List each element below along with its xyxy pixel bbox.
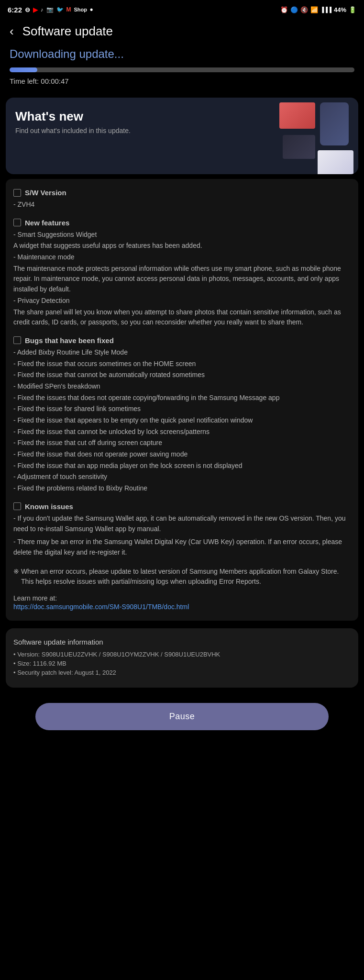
notice-text: ※ When an error occurs, please update to… [13,567,351,587]
bug-line-3: - Fixed the issue that cannot be automat… [13,370,351,380]
bug-line-12: - Adjustment of touch sensitivity [13,472,351,482]
section-header-new-features: New features [13,219,351,227]
learn-more-link[interactable]: https://doc.samsungmobile.com/SM-S908U1/… [13,603,189,611]
download-section: Downloading update... Time left: 00:00:4… [0,47,364,93]
learn-more-section: Learn more at: https://doc.samsungmobile… [13,594,351,611]
section-content-known-issues: - If you don't update the Samsung Wallet… [13,513,351,558]
learn-more-label: Learn more at: [13,594,57,602]
known-line-2: - There may be an error in the Samsung W… [13,537,351,557]
time-display: 6:22 [8,6,22,14]
header: ‹ Software update [0,17,364,47]
bug-line-7: - Fixed the issue that appears to be emp… [13,415,351,426]
instagram-icon: 📷 [46,6,54,13]
dot-indicator: • [90,5,93,15]
back-button[interactable]: ‹ [6,23,18,40]
section-bugs-fixed: Bugs that have been fixed - Added Bixby … [13,336,351,494]
feature-line-5: - Privacy Detection [13,296,351,306]
alarm-icon: ⏰ [280,6,288,13]
feature-line-3: - Maintenance mode [13,252,351,263]
shop-icon: Shop [74,7,88,12]
bug-line-11: - Fixed the issue that an app media play… [13,461,351,471]
sw-version-line: - ZVH4 [13,200,351,210]
bug-line-1: - Added Bixby Routine Life Style Mode [13,347,351,358]
battery-percentage: 44% [334,6,346,13]
gmail-icon: M [66,6,71,13]
progress-bar-container [10,67,354,72]
notice-line-2: This helps resolve issues with partial/m… [13,577,351,587]
feature-line-2: A widget that suggests useful apps or fe… [13,241,351,251]
downloading-text: Downloading update... [10,47,354,61]
bluetooth-icon: 🔵 [290,6,298,13]
section-title-new-features: New features [25,219,69,227]
section-header-sw-version: S/W Version [13,189,351,197]
section-header-bugs-fixed: Bugs that have been fixed [13,336,351,345]
release-notes: S/W Version - ZVH4 New features - Smart … [6,179,358,621]
twitter-icon: 🐦 [56,6,64,13]
bug-line-9: - Fixed the issue that cut off during sc… [13,438,351,448]
section-content-new-features: - Smart Suggestions Widget A widget that… [13,230,351,328]
notice-line-1: ※ When an error occurs, please update to… [13,568,339,575]
bottom-bar: Pause [0,695,364,745]
section-content-sw-version: - ZVH4 [13,200,351,210]
bug-line-5: - Fixed the issues that does not operate… [13,393,351,403]
bug-line-2: - Fixed the issue that occurs sometimes … [13,359,351,369]
bug-line-8: - Fixed the issue that cannot be unlocke… [13,427,351,437]
bug-line-6: - Fixed the issue for shared link someti… [13,404,351,414]
update-preview-phone [320,102,349,145]
section-title-known-issues: Known issues [25,502,73,511]
known-line-1: - If you don't update the Samsung Wallet… [13,513,351,534]
battery-icon: 🔋 [349,6,356,13]
time-left: Time left: 00:00:47 [10,77,354,85]
tiktok-icon: ♪ [41,7,44,12]
youtube-icon: ▶ [33,6,38,13]
section-title-bugs-fixed: Bugs that have been fixed [25,336,114,345]
section-sw-version: S/W Version - ZVH4 [13,189,351,210]
update-info-title: Software update information [13,638,351,646]
update-preview-laptop [283,135,315,159]
status-right: ⏰ 🔵 🔇 📶 ▐▐▐ 44% 🔋 [280,6,356,13]
mute-icon: 🔇 [300,6,308,13]
status-left: 6:22 ⊖ ▶ ♪ 📷 🐦 M Shop • [8,5,93,15]
checkbox-new-features [13,219,21,226]
section-content-bugs-fixed: - Added Bixby Routine Life Style Mode - … [13,347,351,494]
section-header-known-issues: Known issues [13,502,351,511]
page-title: Software update [22,24,113,39]
checkbox-known-issues [13,502,21,510]
update-size: • Size: 1116.92 MB [13,660,351,667]
update-preview-image-1 [279,102,315,129]
update-version: • Version: S908U1UEU2ZVHK / S908U1OYM2ZV… [13,651,351,658]
bug-line-10: - Fixed the issue that does not operate … [13,449,351,460]
status-bar: 6:22 ⊖ ▶ ♪ 📷 🐦 M Shop • ⏰ 🔵 🔇 📶 ▐▐▐ 44% … [0,0,364,17]
pause-button[interactable]: Pause [35,703,329,730]
checkbox-bugs-fixed [13,336,21,344]
update-info-card: Software update information • Version: S… [6,628,358,688]
signal-icon: ▐▐▐ [320,7,331,12]
update-security-patch: • Security patch level: August 1, 2022 [13,669,351,676]
section-known-issues: Known issues - If you don't update the S… [13,502,351,558]
whats-new-card: What's new Find out what's included in t… [6,98,358,174]
section-new-features: New features - Smart Suggestions Widget … [13,219,351,328]
update-preview-image-2 [318,150,353,174]
section-title-sw-version: S/W Version [25,189,66,197]
bug-line-13: - Fixed the problems related to Bixby Ro… [13,483,351,494]
feature-line-4: The maintenance mode protects personal i… [13,264,351,295]
checkbox-sw-version [13,189,21,197]
progress-bar-fill [10,67,37,72]
bug-line-4: - Modified SPen's breakdown [13,381,351,392]
feature-line-1: - Smart Suggestions Widget [13,230,351,240]
circle-minus-icon: ⊖ [25,6,30,13]
feature-line-6: The share panel will let you know when y… [13,307,351,328]
wifi-icon: 📶 [310,6,318,13]
